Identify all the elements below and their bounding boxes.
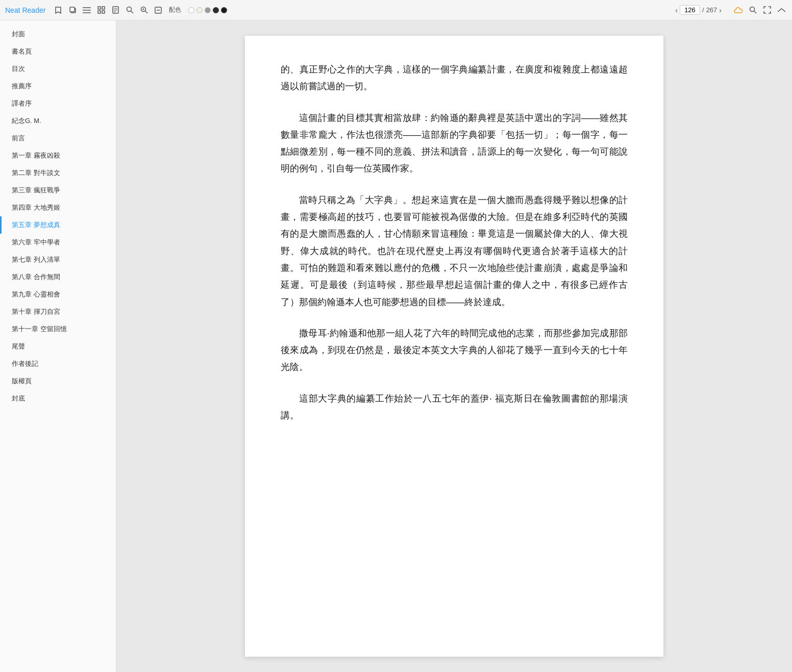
sidebar-item-1[interactable]: 書名頁 <box>0 43 116 60</box>
svg-rect-1 <box>70 7 75 12</box>
sidebar-item-12[interactable]: 第六章 牢中學者 <box>0 234 116 251</box>
sidebar-item-18[interactable]: 尾聲 <box>0 338 116 355</box>
main-container: 封面書名頁目次推薦序譯者序紀念G. M.前言第一章 霧夜凶殺第二章 對牛談文第三… <box>0 20 792 672</box>
svg-line-22 <box>754 11 756 14</box>
sidebar-item-5[interactable]: 紀念G. M. <box>0 112 116 130</box>
color-dot-sepia[interactable] <box>196 7 203 13</box>
collapse-icon[interactable] <box>776 5 787 16</box>
sidebar-item-3[interactable]: 推薦序 <box>0 78 116 95</box>
sidebar-item-11[interactable]: 第五章 夢想成真 <box>0 216 116 234</box>
page-number-input[interactable]: 126 <box>680 5 700 15</box>
sidebar-item-13[interactable]: 第七章 列入清單 <box>0 251 116 268</box>
sidebar-item-14[interactable]: 第八章 合作無間 <box>0 268 116 286</box>
sidebar: 封面書名頁目次推薦序譯者序紀念G. M.前言第一章 霧夜凶殺第二章 對牛談文第三… <box>0 20 116 672</box>
sidebar-item-19[interactable]: 作者後記 <box>0 355 116 372</box>
svg-rect-5 <box>98 7 101 9</box>
svg-point-13 <box>127 7 131 12</box>
sidebar-item-16[interactable]: 第十章 揮刀自宮 <box>0 303 116 320</box>
copy-icon[interactable] <box>67 5 78 16</box>
fullscreen-icon[interactable] <box>761 5 773 16</box>
sidebar-item-20[interactable]: 版權頁 <box>0 372 116 390</box>
svg-rect-8 <box>102 11 105 13</box>
color-dot-black[interactable] <box>221 7 227 13</box>
page-icon[interactable] <box>110 5 121 16</box>
page-content: 的、真正野心之作的大字典，這樣的一個字典編纂計畫，在廣度和複雜度上都遠遠超過以前… <box>245 36 663 657</box>
paragraph-4: 這部大字典的編纂工作始於一八五七年的蓋伊· 福克斯日在倫敦圖書館的那場演講。 <box>281 390 628 425</box>
svg-point-21 <box>750 7 754 12</box>
prev-page-button[interactable]: ‹ <box>675 6 678 14</box>
sidebar-item-6[interactable]: 前言 <box>0 130 116 147</box>
page-navigation: ‹ 126 / 267 › <box>675 5 722 15</box>
sidebar-item-4[interactable]: 譯者序 <box>0 95 116 112</box>
content-area[interactable]: 的、真正野心之作的大字典，這樣的一個字典編纂計畫，在廣度和複雜度上都遠遠超過以前… <box>116 20 792 672</box>
svg-line-16 <box>145 11 147 14</box>
menu-icon[interactable] <box>81 5 92 16</box>
sidebar-item-9[interactable]: 第三章 瘋狂戰爭 <box>0 182 116 199</box>
paragraph-3: 撒母耳·約翰遜和他那一組人花了六年的時間完成他的志業，而那些參加完成那部後來成為… <box>281 325 628 376</box>
app-title: Neat Reader <box>5 6 45 14</box>
cloud-icon[interactable] <box>733 5 744 16</box>
paragraph-2: 當時只稱之為「大字典」。想起來這實在是一個大膽而愚蠢得幾乎難以想像的計畫，需要極… <box>281 192 628 311</box>
right-icons <box>733 5 787 16</box>
color-dot-gray[interactable] <box>205 7 211 13</box>
bookmark-icon[interactable] <box>53 5 64 16</box>
svg-rect-7 <box>98 11 101 13</box>
paragraph-0: 的、真正野心之作的大字典，這樣的一個字典編纂計畫，在廣度和複雜度上都遠遠超過以前… <box>281 61 628 95</box>
svg-rect-6 <box>102 7 105 9</box>
search-icon[interactable] <box>124 5 135 16</box>
sidebar-item-0[interactable]: 封面 <box>0 26 116 43</box>
page-total: 267 <box>706 6 717 14</box>
color-dot-dark[interactable] <box>213 7 219 13</box>
color-label: 配色 <box>169 6 181 14</box>
sidebar-item-8[interactable]: 第二章 對牛談文 <box>0 164 116 182</box>
page-separator: / <box>702 6 704 14</box>
sidebar-item-2[interactable]: 目次 <box>0 60 116 78</box>
search3-icon[interactable] <box>747 5 758 16</box>
color-dots <box>188 7 227 13</box>
color-dot-white[interactable] <box>188 7 194 13</box>
svg-line-14 <box>131 11 133 14</box>
sidebar-item-15[interactable]: 第九章 心靈相會 <box>0 286 116 303</box>
next-page-button[interactable]: › <box>719 6 722 14</box>
paragraph-1: 這個計畫的目標其實相當放肆：約翰遜的辭典裡是英語中選出的字詞——雖然其數量非常龐… <box>281 110 628 178</box>
sidebar-item-21[interactable]: 封底 <box>0 390 116 407</box>
sidebar-item-7[interactable]: 第一章 霧夜凶殺 <box>0 147 116 164</box>
sidebar-item-10[interactable]: 第四章 大地秀姬 <box>0 199 116 216</box>
sidebar-item-17[interactable]: 第十一章 空留回憶 <box>0 320 116 338</box>
search2-icon[interactable] <box>138 5 150 16</box>
toolbar: Neat Reader 配色 ‹ 126 / 267 › <box>0 0 792 20</box>
grid-icon[interactable] <box>95 5 107 16</box>
expand-icon[interactable] <box>153 5 164 16</box>
